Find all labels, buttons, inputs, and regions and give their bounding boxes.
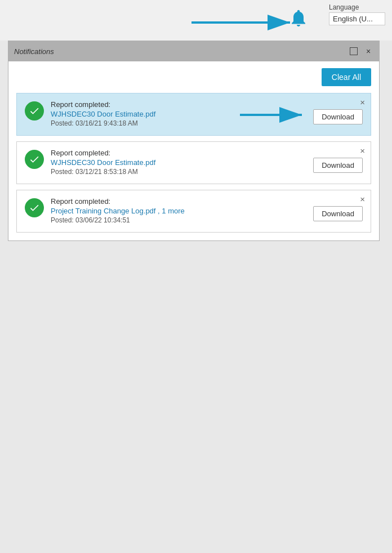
card-status-3: Report completed: — [51, 197, 306, 206]
language-label: Language — [329, 3, 392, 11]
card-content-2: Report completed: WJHSDEC30 Door Estimat… — [51, 149, 306, 176]
check-icon-3 — [25, 198, 44, 217]
clear-all-button[interactable]: Clear All — [322, 68, 371, 86]
card-action-1: Download — [313, 100, 363, 124]
panel-header-icons: × — [349, 46, 373, 56]
minimize-icon[interactable] — [349, 46, 359, 56]
card-action-3: Download — [313, 197, 363, 221]
card-status-2: Report completed: — [51, 149, 306, 157]
bell-icon[interactable] — [288, 8, 309, 28]
check-icon-2 — [25, 150, 44, 169]
close-panel-icon[interactable]: × — [363, 46, 373, 56]
card-body-2: Report completed: WJHSDEC30 Door Estimat… — [25, 149, 363, 176]
notification-panel: Notifications × Clear All × Report compl… — [8, 41, 380, 241]
clear-all-row: Clear All — [8, 61, 379, 93]
language-select[interactable]: English (U... — [329, 12, 385, 25]
check-icon-1 — [25, 101, 44, 121]
notification-card-3: × Report completed: Project Training Cha… — [16, 190, 371, 233]
card-body-3: Report completed: Project Training Chang… — [25, 197, 363, 224]
square-icon — [350, 47, 358, 55]
card-body-1: Report completed: WJHSDEC30 Door Estimat… — [25, 100, 363, 127]
card-action-2: Download — [313, 149, 363, 173]
top-arrow-annotation — [191, 11, 299, 35]
card-status-1: Report completed: — [51, 100, 306, 109]
card-content-3: Report completed: Project Training Chang… — [51, 197, 306, 224]
download-button-2[interactable]: Download — [313, 158, 363, 173]
top-bar: Language English (U... — [0, 0, 392, 41]
download-button-1[interactable]: Download — [313, 109, 363, 124]
panel-header: Notifications × — [8, 41, 379, 61]
card-posted-3: Posted: 03/06/22 10:34:51 — [51, 216, 306, 224]
notification-list: × Report completed: WJHSDEC30 Door Estim… — [8, 93, 379, 240]
card-filename-1: WJHSDEC30 Door Estimate.pdf — [51, 110, 306, 118]
card-content-1: Report completed: WJHSDEC30 Door Estimat… — [51, 100, 306, 127]
card-posted-2: Posted: 03/12/21 8:53:18 AM — [51, 168, 306, 176]
card-filename-2: WJHSDEC30 Door Estimate.pdf — [51, 158, 306, 167]
card-filename-3: Project Training Change Log.pdf , 1 more — [51, 207, 306, 215]
card-posted-1: Posted: 03/16/21 9:43:18 AM — [51, 119, 306, 127]
language-section: Language English (U... — [324, 0, 392, 25]
bell-icon-wrapper[interactable] — [288, 8, 309, 30]
download-button-3[interactable]: Download — [313, 206, 363, 221]
panel-title: Notifications — [14, 47, 54, 56]
notification-card-2: × Report completed: WJHSDEC30 Door Estim… — [16, 141, 371, 184]
notification-card: × Report completed: WJHSDEC30 Door Estim… — [16, 93, 371, 136]
